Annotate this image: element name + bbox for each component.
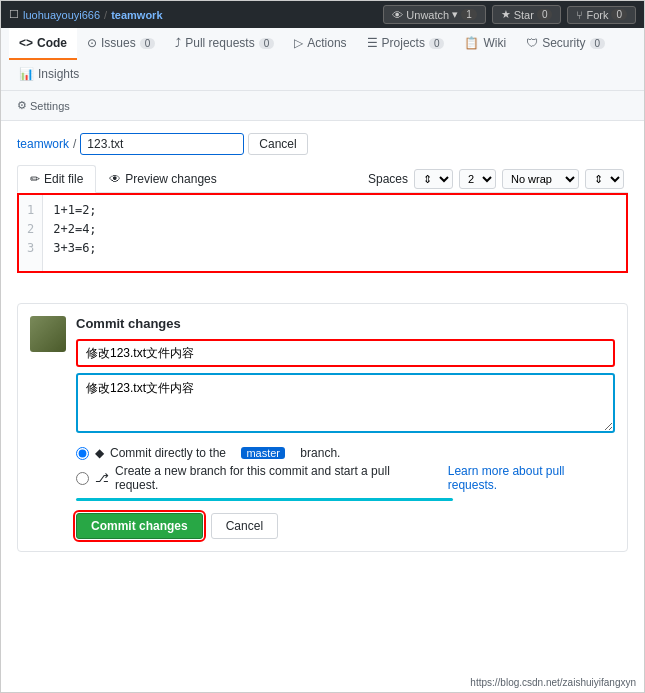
- line-num-1: 1: [27, 201, 34, 220]
- chevron-icon: ▾: [452, 8, 458, 21]
- tab-insights[interactable]: 📊 Insights: [9, 59, 89, 91]
- radio-direct-input[interactable]: [76, 447, 89, 460]
- nav-tabs: <> Code ⊙ Issues 0 ⤴ Pull requests 0 ▷ A…: [1, 28, 644, 91]
- code-line-1: 1+1=2;: [53, 201, 616, 220]
- pr-icon: ⤴: [175, 36, 181, 50]
- tab-issues[interactable]: ⊙ Issues 0: [77, 28, 165, 60]
- commit-section-inner: Commit changes 修改123.txt文件内容 ◆ Commit di…: [30, 316, 615, 539]
- star-button[interactable]: ★ Star 0: [492, 5, 562, 24]
- star-count: 0: [537, 9, 553, 20]
- tab-issues-label: Issues: [101, 36, 136, 50]
- line-num-2: 2: [27, 220, 34, 239]
- edit-icon: ✏: [30, 172, 40, 186]
- line-numbers: 1 2 3: [19, 195, 43, 271]
- tab-projects[interactable]: ☰ Projects 0: [357, 28, 455, 60]
- commit-cancel-button[interactable]: Cancel: [211, 513, 278, 539]
- edit-file-label: Edit file: [44, 172, 83, 186]
- tab-wiki[interactable]: 📋 Wiki: [454, 28, 516, 60]
- tab-code[interactable]: <> Code: [9, 28, 77, 60]
- user-link[interactable]: luohuayouyi666: [23, 9, 100, 21]
- star-label: Star: [514, 9, 534, 21]
- radio-direct-commit: ◆ Commit directly to the master branch.: [76, 446, 615, 460]
- main-content: teamwork / Cancel ✏ Edit file 👁 Preview …: [1, 121, 644, 564]
- fork-label: Fork: [586, 9, 608, 21]
- settings-label: Settings: [30, 100, 70, 112]
- tab-pr-label: Pull requests: [185, 36, 254, 50]
- commit-options: ◆ Commit directly to the master branch. …: [76, 446, 615, 492]
- tab-preview-changes[interactable]: 👁 Preview changes: [96, 165, 229, 192]
- preview-icon: 👁: [109, 172, 121, 186]
- star-icon: ★: [501, 8, 511, 21]
- commit-message-input[interactable]: [76, 339, 615, 367]
- commit-section: Commit changes 修改123.txt文件内容 ◆ Commit di…: [17, 303, 628, 552]
- file-breadcrumb: teamwork / Cancel: [17, 133, 628, 155]
- learn-more-link[interactable]: Learn more about pull requests.: [448, 464, 615, 492]
- projects-badge: 0: [429, 38, 445, 49]
- radio2-prefix: Create a new branch for this commit and …: [115, 464, 432, 492]
- tab-projects-label: Projects: [382, 36, 425, 50]
- top-actions: 👁 Unwatch ▾ 1 ★ Star 0 ⑂ Fork 0: [383, 5, 636, 24]
- settings-row: ⚙ Settings: [1, 91, 644, 121]
- avatar-image: [30, 316, 66, 352]
- fork-button[interactable]: ⑂ Fork 0: [567, 6, 636, 24]
- editor-tabs: ✏ Edit file 👁 Preview changes Spaces ⇕ 2…: [17, 165, 628, 193]
- issues-icon: ⊙: [87, 36, 97, 50]
- indent-label: Spaces: [368, 172, 408, 186]
- radio-new-branch-input[interactable]: [76, 472, 89, 485]
- security-icon: 🛡: [526, 36, 538, 50]
- avatar: [30, 316, 66, 352]
- settings-icon: ⚙: [17, 99, 27, 112]
- wrap-select[interactable]: No wrap Soft wrap: [502, 169, 579, 189]
- code-line-2: 2+2=4;: [53, 220, 616, 239]
- tab-actions[interactable]: ▷ Actions: [284, 28, 356, 60]
- repo-breadcrumb: ☐ luohuayouyi666 / teamwork: [9, 8, 163, 21]
- actions-icon: ▷: [294, 36, 303, 50]
- commit-icon: ◆: [95, 446, 104, 460]
- fork-count: 0: [611, 9, 627, 20]
- breadcrumb-repo-link[interactable]: teamwork: [17, 137, 69, 151]
- tab-pull-requests[interactable]: ⤴ Pull requests 0: [165, 28, 284, 60]
- issues-badge: 0: [140, 38, 156, 49]
- tab-security[interactable]: 🛡 Security 0: [516, 28, 615, 60]
- breadcrumb-cancel-button[interactable]: Cancel: [248, 133, 307, 155]
- indent-value-select[interactable]: 2 4: [459, 169, 496, 189]
- code-editor[interactable]: 1 2 3 1+1=2; 2+2=4; 3+3=6;: [17, 193, 628, 273]
- preview-label: Preview changes: [125, 172, 216, 186]
- breadcrumb-file-sep: /: [73, 137, 76, 151]
- repo-name[interactable]: teamwork: [111, 9, 162, 21]
- commit-changes-button[interactable]: Commit changes: [76, 513, 203, 539]
- pr-badge: 0: [259, 38, 275, 49]
- radio-new-branch: ⎇ Create a new branch for this commit an…: [76, 464, 615, 492]
- footer-url: https://blog.csdn.net/zaishuiyifangxyn: [470, 677, 636, 688]
- commit-actions: Commit changes Cancel: [76, 513, 615, 539]
- tab-code-label: Code: [37, 36, 67, 50]
- filename-input[interactable]: [80, 133, 244, 155]
- repo-icon: ☐: [9, 8, 19, 21]
- unwatch-button[interactable]: 👁 Unwatch ▾ 1: [383, 5, 485, 24]
- radio1-text: Commit directly to the: [110, 446, 226, 460]
- tab-insights-label: Insights: [38, 67, 79, 81]
- indent-select[interactable]: ⇕: [414, 169, 453, 189]
- tab-security-label: Security: [542, 36, 585, 50]
- unwatch-count: 1: [461, 9, 477, 20]
- line-num-3: 3: [27, 239, 34, 258]
- insights-icon: 📊: [19, 67, 34, 81]
- code-icon: <>: [19, 36, 33, 50]
- commit-section-title: Commit changes: [76, 316, 615, 331]
- tab-settings[interactable]: ⚙ Settings: [9, 95, 78, 116]
- eye-icon: 👁: [392, 9, 403, 21]
- radio1-suffix: branch.: [300, 446, 340, 460]
- wrap-arrow-select[interactable]: ⇕: [585, 169, 624, 189]
- editor-tab-group: ✏ Edit file 👁 Preview changes: [17, 165, 230, 192]
- commit-form: Commit changes 修改123.txt文件内容 ◆ Commit di…: [76, 316, 615, 539]
- tab-edit-file[interactable]: ✏ Edit file: [17, 165, 96, 193]
- code-lines[interactable]: 1+1=2; 2+2=4; 3+3=6;: [43, 195, 626, 271]
- progress-bar: [76, 498, 453, 501]
- wiki-icon: 📋: [464, 36, 479, 50]
- fork-icon: ⑂: [576, 9, 583, 21]
- branch-icon: ⎇: [95, 471, 109, 485]
- commit-description-textarea[interactable]: 修改123.txt文件内容: [76, 373, 615, 433]
- security-badge: 0: [590, 38, 606, 49]
- tab-wiki-label: Wiki: [483, 36, 506, 50]
- editor-options: Spaces ⇕ 2 4 No wrap Soft wrap ⇕: [368, 169, 628, 189]
